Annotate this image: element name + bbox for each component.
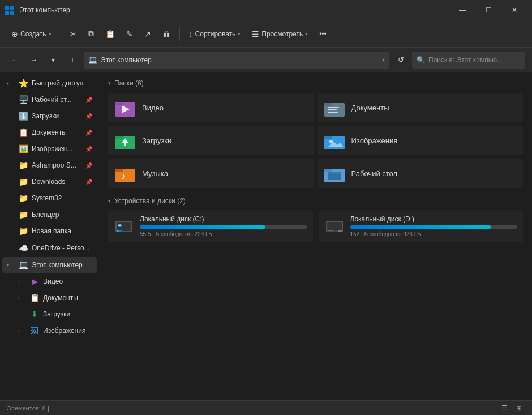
search-box[interactable]: 🔍 Поиск в: Этот компью...: [412, 52, 525, 69]
sub-video-icon: ▶: [29, 276, 40, 286]
star-icon: ⭐: [18, 78, 28, 88]
svg-rect-9: [328, 107, 339, 108]
expand-icon-tc: ▾: [7, 263, 15, 268]
sidebar-sub-downloads[interactable]: › ⬇ Загрузки: [2, 306, 97, 322]
svg-rect-3: [10, 11, 14, 15]
new-folder-icon: 📁: [18, 226, 28, 236]
sidebar-this-computer[interactable]: ▾ 💻 Этот компьютер: [2, 257, 97, 273]
sidebar-item-downloads[interactable]: ⬇️ Загрузки 📌: [2, 108, 97, 124]
drive-c[interactable]: ⊞ Локальный диск (C:) 55,5 ГБ свободно и…: [108, 211, 313, 242]
sidebar-item-ashampoo[interactable]: 📁 Ashampoo S... 📌: [2, 157, 97, 173]
view-button[interactable]: ☰ Просмотреть ▾: [247, 25, 312, 43]
downloads-icon: ⬇️: [18, 111, 28, 121]
paste-button[interactable]: 📋: [101, 25, 119, 43]
minimize-button[interactable]: —: [449, 0, 475, 20]
recent-button[interactable]: ▾: [45, 52, 61, 68]
svg-rect-8: [324, 103, 332, 106]
sidebar-item-system32[interactable]: 📁 System32: [2, 190, 97, 206]
forward-button[interactable]: →: [26, 52, 42, 68]
sub-images-icon: 🖼: [29, 326, 40, 336]
sidebar-item-new-folder[interactable]: 📁 Новая папка: [2, 223, 97, 239]
sidebar-item-downloads-folder[interactable]: 📁 Downloads 📌: [2, 174, 97, 190]
pin-icon-2: 📌: [85, 113, 92, 119]
folder-desktop[interactable]: Рабочий стол: [318, 159, 524, 188]
pin-icon-6: 📌: [85, 179, 92, 185]
folders-chevron: ▾: [108, 80, 111, 86]
sort-icon: ↕: [189, 29, 193, 38]
downloads-folder-label: Downloads: [32, 178, 82, 186]
folder-downloads-name: Загрузки: [142, 136, 171, 145]
sidebar: ▾ ⭐ Быстрый доступ 🖥️ Рабочий ст... 📌 ⬇️…: [0, 72, 99, 400]
folder-music[interactable]: ♪ Музыка: [108, 159, 314, 188]
expand-icon-d: ›: [18, 296, 26, 301]
copy-button[interactable]: ⧉: [84, 25, 98, 43]
svg-rect-16: [324, 136, 332, 139]
sub-docs-label: Документы: [43, 294, 92, 302]
folder-documents[interactable]: Документы: [318, 93, 524, 122]
expand-icon-dl: ›: [18, 312, 26, 317]
search-icon: 🔍: [417, 56, 425, 64]
svg-rect-10: [328, 109, 337, 110]
back-button[interactable]: ←: [7, 52, 23, 68]
refresh-button[interactable]: ↺: [393, 52, 409, 68]
close-button[interactable]: ✕: [501, 0, 527, 20]
folder-video[interactable]: Видео: [108, 93, 314, 122]
grid-view-button[interactable]: ⊞: [513, 402, 525, 414]
folders-grid: Видео Документы: [108, 93, 523, 188]
drive-c-bar-wrap: [140, 225, 307, 229]
sub-images-label: Изображения: [43, 327, 92, 335]
sidebar-sub-video[interactable]: › ▶ Видео: [2, 273, 97, 289]
sort-button[interactable]: ↕ Сортировать ▾: [185, 25, 246, 43]
list-view-button[interactable]: ☰: [498, 402, 510, 414]
new-folder-label: Новая папка: [32, 227, 92, 235]
drive-c-space: 55,5 ГБ свободно из 223 ГБ: [140, 231, 307, 237]
onedrive-section: ☁️ OneDrive - Perso...: [0, 240, 99, 256]
address-input[interactable]: 💻 Этот компьютер ▾: [84, 52, 389, 69]
create-button[interactable]: ⊕ Создать ▾: [7, 25, 56, 43]
svg-rect-33: [327, 222, 342, 231]
folder-images[interactable]: Изображения: [318, 126, 524, 155]
sidebar-onedrive[interactable]: ☁️ OneDrive - Perso...: [2, 240, 97, 256]
rename-button[interactable]: ✎: [122, 25, 138, 43]
view-chevron: ▾: [305, 31, 308, 37]
view-controls: ☰ ⊞: [498, 402, 525, 414]
search-placeholder: Поиск в: Этот компью...: [428, 56, 503, 64]
more-button[interactable]: •••: [315, 25, 331, 43]
sidebar-item-blender[interactable]: 📁 Блендер: [2, 207, 97, 223]
drive-d-bar-wrap: [350, 225, 518, 229]
toolbar: ⊕ Создать ▾ ✂ ⧉ 📋 ✎ ↗ 🗑 ↕ Сортировать ▾ …: [0, 20, 532, 48]
drive-c-bar: [140, 225, 265, 229]
folder-images-icon: [323, 129, 346, 152]
copy-icon: ⧉: [88, 29, 94, 38]
svg-rect-0: [5, 6, 9, 10]
pin-icon: 📌: [85, 97, 92, 103]
desktop-label: Рабочий ст...: [32, 96, 82, 104]
folder-icon-dl: 📁: [18, 177, 28, 187]
drives-grid: ⊞ Локальный диск (C:) 55,5 ГБ свободно и…: [108, 211, 523, 242]
svg-rect-29: [117, 230, 119, 232]
cut-button[interactable]: ✂: [66, 25, 81, 43]
sidebar-sub-docs[interactable]: › 📋 Документы: [2, 290, 97, 306]
sidebar-item-desktop[interactable]: 🖥️ Рабочий ст... 📌: [2, 92, 97, 108]
blender-icon: 📁: [18, 209, 28, 220]
drive-d[interactable]: Локальный диск (D:) 152 ГБ свободно из 9…: [319, 211, 524, 242]
folder-downloads[interactable]: Загрузки: [108, 126, 314, 155]
drive-d-icon: [324, 216, 345, 237]
share-button[interactable]: ↗: [140, 25, 156, 43]
sub-downloads-label: Загрузки: [43, 310, 92, 318]
paste-icon: 📋: [105, 29, 115, 38]
maximize-button[interactable]: ☐: [475, 0, 501, 20]
up-button[interactable]: ↑: [65, 52, 80, 68]
sidebar-quick-access[interactable]: ▾ ⭐ Быстрый доступ: [2, 75, 97, 91]
sub-video-label: Видео: [43, 277, 92, 285]
path-icon: 💻: [88, 55, 97, 64]
svg-rect-13: [115, 136, 123, 139]
expand-icon-img: ›: [18, 328, 26, 333]
sidebar-sub-images[interactable]: › 🖼 Изображения: [2, 323, 97, 339]
sidebar-item-documents[interactable]: 📋 Документы 📌: [2, 125, 97, 140]
sort-label: Сортировать: [195, 30, 236, 38]
items-count: Элементов: 8 |: [7, 405, 49, 412]
computer-icon: 💻: [18, 260, 28, 270]
delete-button[interactable]: 🗑: [158, 25, 175, 43]
sidebar-item-images[interactable]: 🖼️ Изображен... 📌: [2, 141, 97, 157]
